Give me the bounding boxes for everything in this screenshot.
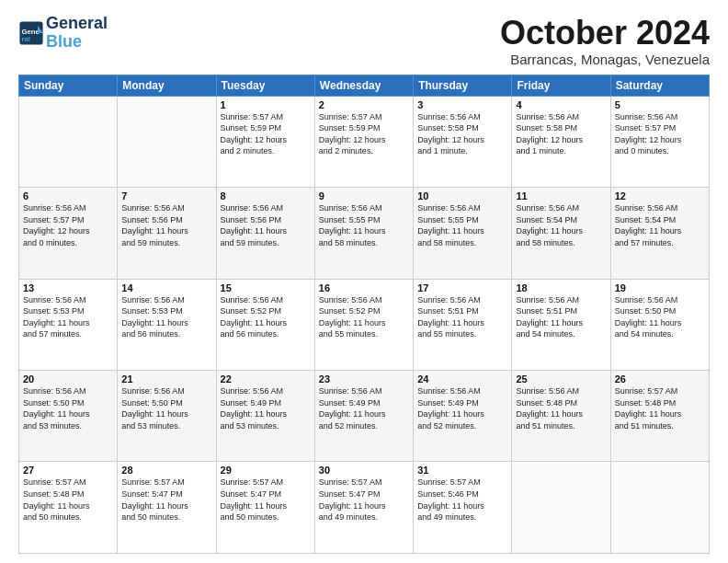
calendar-cell: 6Sunrise: 5:56 AM Sunset: 5:57 PM Daylig… [19, 188, 118, 279]
calendar-cell: 19Sunrise: 5:56 AM Sunset: 5:50 PM Dayli… [610, 279, 709, 370]
day-info: Sunrise: 5:56 AM Sunset: 5:58 PM Dayligh… [516, 111, 606, 157]
day-number: 4 [516, 99, 606, 110]
day-number: 12 [615, 190, 705, 201]
day-info: Sunrise: 5:56 AM Sunset: 5:58 PM Dayligh… [417, 111, 507, 157]
day-info: Sunrise: 5:56 AM Sunset: 5:52 PM Dayligh… [319, 294, 409, 340]
day-info: Sunrise: 5:56 AM Sunset: 5:54 PM Dayligh… [615, 202, 705, 248]
calendar-cell [118, 96, 216, 187]
header-sunday: Sunday [19, 75, 118, 96]
day-number: 11 [516, 190, 606, 201]
header-friday: Friday [512, 75, 610, 96]
day-info: Sunrise: 5:56 AM Sunset: 5:53 PM Dayligh… [23, 294, 113, 340]
calendar-cell: 31Sunrise: 5:57 AM Sunset: 5:46 PM Dayli… [414, 462, 512, 554]
day-info: Sunrise: 5:56 AM Sunset: 5:51 PM Dayligh… [516, 294, 606, 340]
calendar-week-1: 1Sunrise: 5:57 AM Sunset: 5:59 PM Daylig… [19, 96, 710, 187]
calendar-table: Sunday Monday Tuesday Wednesday Thursday… [18, 75, 710, 554]
logo-text: General Blue [46, 15, 108, 52]
calendar-week-5: 27Sunrise: 5:57 AM Sunset: 5:48 PM Dayli… [19, 462, 710, 554]
calendar-cell: 22Sunrise: 5:56 AM Sunset: 5:49 PM Dayli… [216, 371, 314, 462]
svg-text:ral: ral [22, 35, 30, 43]
calendar-cell: 15Sunrise: 5:56 AM Sunset: 5:52 PM Dayli… [216, 279, 314, 370]
day-info: Sunrise: 5:56 AM Sunset: 5:49 PM Dayligh… [417, 385, 507, 431]
calendar-cell: 17Sunrise: 5:56 AM Sunset: 5:51 PM Dayli… [414, 279, 512, 370]
calendar-cell: 1Sunrise: 5:57 AM Sunset: 5:59 PM Daylig… [216, 96, 314, 187]
calendar-cell: 9Sunrise: 5:56 AM Sunset: 5:55 PM Daylig… [314, 188, 413, 279]
day-number: 24 [417, 373, 507, 385]
day-number: 2 [319, 99, 409, 110]
day-info: Sunrise: 5:56 AM Sunset: 5:55 PM Dayligh… [319, 202, 409, 248]
day-number: 17 [417, 282, 507, 293]
header-monday: Monday [118, 75, 216, 96]
day-number: 16 [319, 282, 409, 293]
day-info: Sunrise: 5:56 AM Sunset: 5:57 PM Dayligh… [615, 111, 705, 157]
header-thursday: Thursday [414, 75, 512, 96]
calendar-cell: 8Sunrise: 5:56 AM Sunset: 5:56 PM Daylig… [216, 188, 314, 279]
day-info: Sunrise: 5:57 AM Sunset: 5:59 PM Dayligh… [319, 111, 409, 157]
day-number: 27 [23, 465, 113, 476]
day-number: 25 [516, 373, 606, 385]
day-info: Sunrise: 5:57 AM Sunset: 5:47 PM Dayligh… [121, 477, 211, 523]
day-number: 14 [121, 282, 211, 293]
header-tuesday: Tuesday [216, 75, 314, 96]
day-info: Sunrise: 5:57 AM Sunset: 5:47 PM Dayligh… [319, 477, 409, 523]
calendar-cell: 24Sunrise: 5:56 AM Sunset: 5:49 PM Dayli… [414, 371, 512, 462]
calendar-cell: 2Sunrise: 5:57 AM Sunset: 5:59 PM Daylig… [314, 96, 413, 187]
day-info: Sunrise: 5:56 AM Sunset: 5:57 PM Dayligh… [23, 202, 113, 248]
calendar-cell: 18Sunrise: 5:56 AM Sunset: 5:51 PM Dayli… [512, 279, 610, 370]
calendar-cell [19, 96, 118, 187]
logo-blue: Blue [46, 32, 82, 51]
calendar-cell: 5Sunrise: 5:56 AM Sunset: 5:57 PM Daylig… [610, 96, 709, 187]
calendar-cell: 28Sunrise: 5:57 AM Sunset: 5:47 PM Dayli… [118, 462, 216, 554]
day-info: Sunrise: 5:57 AM Sunset: 5:48 PM Dayligh… [615, 385, 705, 431]
calendar-cell: 29Sunrise: 5:57 AM Sunset: 5:47 PM Dayli… [216, 462, 314, 554]
day-number: 28 [121, 465, 211, 476]
day-info: Sunrise: 5:56 AM Sunset: 5:53 PM Dayligh… [121, 294, 211, 340]
day-info: Sunrise: 5:56 AM Sunset: 5:49 PM Dayligh… [221, 385, 311, 431]
logo-icon: Gene ral [18, 20, 44, 46]
calendar-week-3: 13Sunrise: 5:56 AM Sunset: 5:53 PM Dayli… [19, 279, 710, 370]
day-number: 13 [23, 282, 113, 293]
day-number: 18 [516, 282, 606, 293]
day-info: Sunrise: 5:56 AM Sunset: 5:56 PM Dayligh… [121, 202, 211, 248]
logo-general: General [46, 14, 108, 32]
calendar-cell: 14Sunrise: 5:56 AM Sunset: 5:53 PM Dayli… [118, 279, 216, 370]
calendar-cell: 30Sunrise: 5:57 AM Sunset: 5:47 PM Dayli… [314, 462, 413, 554]
day-number: 20 [23, 373, 113, 385]
day-info: Sunrise: 5:56 AM Sunset: 5:52 PM Dayligh… [221, 294, 311, 340]
calendar-cell: 3Sunrise: 5:56 AM Sunset: 5:58 PM Daylig… [414, 96, 512, 187]
calendar-cell: 27Sunrise: 5:57 AM Sunset: 5:48 PM Dayli… [19, 462, 118, 554]
day-number: 15 [221, 282, 311, 293]
day-info: Sunrise: 5:56 AM Sunset: 5:55 PM Dayligh… [417, 202, 507, 248]
calendar-cell: 26Sunrise: 5:57 AM Sunset: 5:48 PM Dayli… [610, 371, 709, 462]
day-number: 10 [417, 190, 507, 201]
day-number: 7 [121, 190, 211, 201]
calendar-cell: 12Sunrise: 5:56 AM Sunset: 5:54 PM Dayli… [610, 188, 709, 279]
day-info: Sunrise: 5:56 AM Sunset: 5:48 PM Dayligh… [516, 385, 606, 431]
calendar-cell: 13Sunrise: 5:56 AM Sunset: 5:53 PM Dayli… [19, 279, 118, 370]
day-number: 8 [221, 190, 311, 201]
calendar-cell [512, 462, 610, 554]
header-saturday: Saturday [610, 75, 709, 96]
day-info: Sunrise: 5:56 AM Sunset: 5:50 PM Dayligh… [615, 294, 705, 340]
day-number: 31 [417, 465, 507, 476]
day-number: 23 [319, 373, 409, 385]
calendar-cell: 20Sunrise: 5:56 AM Sunset: 5:50 PM Dayli… [19, 371, 118, 462]
header: Gene ral General Blue October 2024 Barra… [18, 15, 710, 67]
day-info: Sunrise: 5:56 AM Sunset: 5:50 PM Dayligh… [23, 385, 113, 431]
calendar-cell: 16Sunrise: 5:56 AM Sunset: 5:52 PM Dayli… [314, 279, 413, 370]
day-number: 21 [121, 373, 211, 385]
day-info: Sunrise: 5:57 AM Sunset: 5:48 PM Dayligh… [23, 477, 113, 523]
header-wednesday: Wednesday [314, 75, 413, 96]
calendar-cell [610, 462, 709, 554]
day-info: Sunrise: 5:56 AM Sunset: 5:56 PM Dayligh… [221, 202, 311, 248]
calendar-cell: 11Sunrise: 5:56 AM Sunset: 5:54 PM Dayli… [512, 188, 610, 279]
location-subtitle: Barrancas, Monagas, Venezuela [500, 52, 710, 67]
day-number: 26 [615, 373, 705, 385]
day-info: Sunrise: 5:56 AM Sunset: 5:54 PM Dayligh… [516, 202, 606, 248]
day-number: 22 [221, 373, 311, 385]
calendar-week-4: 20Sunrise: 5:56 AM Sunset: 5:50 PM Dayli… [19, 371, 710, 462]
calendar-cell: 25Sunrise: 5:56 AM Sunset: 5:48 PM Dayli… [512, 371, 610, 462]
calendar-cell: 10Sunrise: 5:56 AM Sunset: 5:55 PM Dayli… [414, 188, 512, 279]
logo: Gene ral General Blue [18, 15, 108, 52]
calendar-cell: 21Sunrise: 5:56 AM Sunset: 5:50 PM Dayli… [118, 371, 216, 462]
